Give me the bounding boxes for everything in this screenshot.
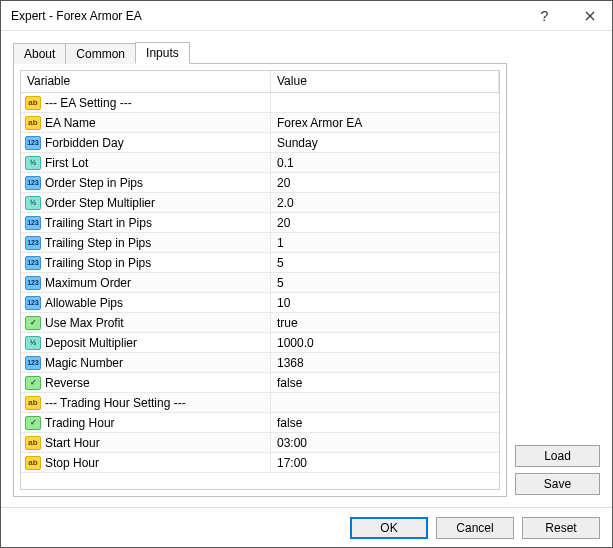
variable-cell: --- EA Setting --- (21, 93, 271, 112)
table-row[interactable]: Stop Hour17:00 (21, 453, 499, 473)
type-123-icon (25, 236, 41, 250)
table-row[interactable]: Trading Hourfalse (21, 413, 499, 433)
table-row[interactable]: Maximum Order5 (21, 273, 499, 293)
table-row[interactable]: Start Hour03:00 (21, 433, 499, 453)
type-ab-icon (25, 396, 41, 410)
table-row[interactable]: Order Step Multiplier2.0 (21, 193, 499, 213)
variable-cell: Start Hour (21, 433, 271, 452)
reset-button[interactable]: Reset (522, 517, 600, 539)
variable-cell: Trailing Step in Pips (21, 233, 271, 252)
value-cell[interactable]: false (271, 413, 499, 432)
type-ab-icon (25, 456, 41, 470)
table-row[interactable]: Allowable Pips10 (21, 293, 499, 313)
type-ab-icon (25, 436, 41, 450)
help-button[interactable]: ? (522, 1, 567, 31)
load-button[interactable]: Load (515, 445, 600, 467)
table-row[interactable]: Use Max Profittrue (21, 313, 499, 333)
value-cell[interactable]: 20 (271, 173, 499, 192)
value-cell[interactable]: Forex Armor EA (271, 113, 499, 132)
variable-label: Stop Hour (45, 456, 99, 470)
value-cell[interactable]: 1 (271, 233, 499, 252)
titlebar: Expert - Forex Armor EA ? (1, 1, 612, 31)
type-bool-icon (25, 416, 41, 430)
column-header-variable[interactable]: Variable (21, 71, 271, 92)
type-ab-icon (25, 116, 41, 130)
value-cell[interactable]: 0.1 (271, 153, 499, 172)
value-cell[interactable]: 1368 (271, 353, 499, 372)
tab-common[interactable]: Common (65, 43, 136, 64)
type-123-icon (25, 296, 41, 310)
client-area: About Common Inputs Variable Value --- E… (1, 31, 612, 507)
type-va-icon (25, 336, 41, 350)
value-cell[interactable]: 1000.0 (271, 333, 499, 352)
variable-cell: Trailing Start in Pips (21, 213, 271, 232)
table-row[interactable]: --- EA Setting --- (21, 93, 499, 113)
cancel-button[interactable]: Cancel (436, 517, 514, 539)
value-cell[interactable] (271, 93, 499, 112)
value-cell[interactable]: 03:00 (271, 433, 499, 452)
variable-label: Trailing Start in Pips (45, 216, 152, 230)
grid-header: Variable Value (21, 71, 499, 93)
variable-cell: First Lot (21, 153, 271, 172)
close-icon (585, 11, 595, 21)
value-cell[interactable]: false (271, 373, 499, 392)
table-row[interactable]: Magic Number1368 (21, 353, 499, 373)
variable-label: Trading Hour (45, 416, 115, 430)
table-row[interactable]: Trailing Step in Pips1 (21, 233, 499, 253)
table-row[interactable]: Forbidden DaySunday (21, 133, 499, 153)
tab-about[interactable]: About (13, 43, 66, 64)
variable-cell: Stop Hour (21, 453, 271, 472)
type-123-icon (25, 356, 41, 370)
value-cell[interactable]: true (271, 313, 499, 332)
type-123-icon (25, 276, 41, 290)
table-row[interactable]: First Lot0.1 (21, 153, 499, 173)
variable-cell: Use Max Profit (21, 313, 271, 332)
type-va-icon (25, 156, 41, 170)
grid-body: --- EA Setting ---EA NameForex Armor EAF… (21, 93, 499, 489)
variable-label: Trailing Stop in Pips (45, 256, 151, 270)
variable-label: Deposit Multiplier (45, 336, 137, 350)
variable-cell: Order Step in Pips (21, 173, 271, 192)
ok-button[interactable]: OK (350, 517, 428, 539)
tab-strip: About Common Inputs (13, 41, 600, 63)
variable-label: --- Trading Hour Setting --- (45, 396, 186, 410)
table-row[interactable]: Deposit Multiplier1000.0 (21, 333, 499, 353)
table-row[interactable]: Reversefalse (21, 373, 499, 393)
value-cell[interactable]: 17:00 (271, 453, 499, 472)
table-row[interactable]: Order Step in Pips20 (21, 173, 499, 193)
value-cell[interactable]: Sunday (271, 133, 499, 152)
column-header-value[interactable]: Value (271, 71, 499, 92)
close-button[interactable] (567, 1, 612, 31)
value-cell[interactable] (271, 393, 499, 412)
table-row[interactable]: Trailing Stop in Pips5 (21, 253, 499, 273)
type-123-icon (25, 136, 41, 150)
variable-label: Order Step in Pips (45, 176, 143, 190)
window-title: Expert - Forex Armor EA (11, 9, 522, 23)
footer: OK Cancel Reset (1, 507, 612, 547)
value-cell[interactable]: 2.0 (271, 193, 499, 212)
variable-cell: Reverse (21, 373, 271, 392)
variable-cell: Deposit Multiplier (21, 333, 271, 352)
variable-label: Forbidden Day (45, 136, 124, 150)
table-row[interactable]: --- Trading Hour Setting --- (21, 393, 499, 413)
table-row[interactable]: EA NameForex Armor EA (21, 113, 499, 133)
inputs-grid: Variable Value --- EA Setting ---EA Name… (20, 70, 500, 490)
value-cell[interactable]: 5 (271, 273, 499, 292)
value-cell[interactable]: 5 (271, 253, 499, 272)
variable-label: Start Hour (45, 436, 100, 450)
variable-cell: Maximum Order (21, 273, 271, 292)
variable-label: Maximum Order (45, 276, 131, 290)
variable-label: --- EA Setting --- (45, 96, 132, 110)
panel-row: Variable Value --- EA Setting ---EA Name… (13, 63, 600, 497)
variable-cell: Trailing Stop in Pips (21, 253, 271, 272)
table-row[interactable]: Trailing Start in Pips20 (21, 213, 499, 233)
tab-inputs[interactable]: Inputs (135, 42, 190, 64)
type-123-icon (25, 256, 41, 270)
type-ab-icon (25, 96, 41, 110)
value-cell[interactable]: 10 (271, 293, 499, 312)
type-123-icon (25, 216, 41, 230)
variable-label: Reverse (45, 376, 90, 390)
variable-cell: Magic Number (21, 353, 271, 372)
value-cell[interactable]: 20 (271, 213, 499, 232)
save-button[interactable]: Save (515, 473, 600, 495)
